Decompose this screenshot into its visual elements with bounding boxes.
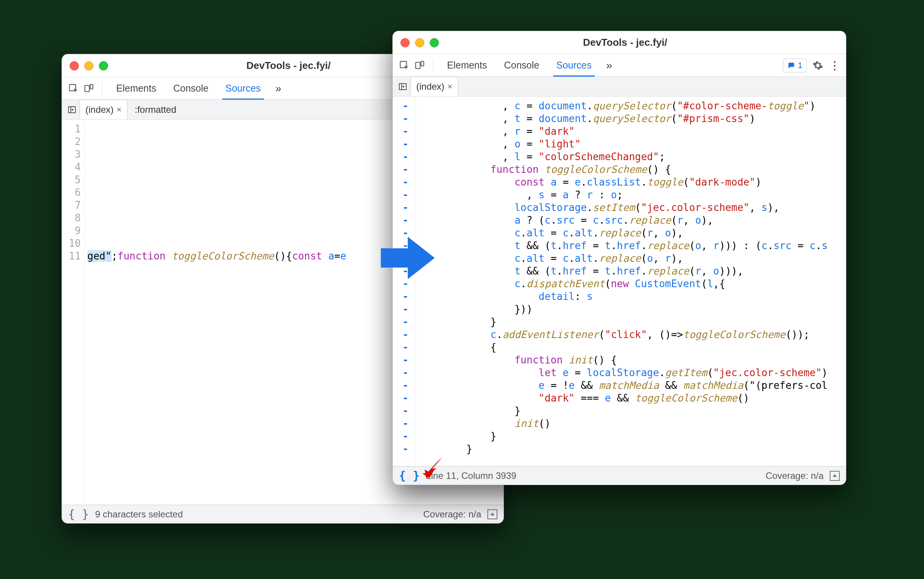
settings-button[interactable] — [812, 60, 824, 71]
file-tab-label: :formatted — [135, 104, 176, 115]
annotation-arrow-down-left — [419, 454, 446, 481]
issues-icon — [787, 61, 796, 70]
tab-overflow-icon[interactable]: » — [271, 82, 286, 95]
issues-count: 1 — [798, 60, 802, 70]
divider — [433, 59, 433, 72]
traffic-lights — [400, 38, 439, 47]
tab-console[interactable]: Console — [166, 77, 215, 99]
annotation-arrow-right — [377, 231, 439, 285]
svg-rect-1 — [85, 85, 90, 91]
code-content[interactable]: , c = document.querySelector("#color-sch… — [416, 97, 846, 466]
code-editor[interactable]: ---------------------------- , c = docum… — [393, 97, 846, 466]
tab-console[interactable]: Console — [497, 54, 546, 76]
pretty-print-button[interactable]: { } — [399, 469, 420, 482]
minimize-window-button[interactable] — [84, 61, 93, 70]
navigator-toggle-icon[interactable] — [397, 80, 409, 93]
coverage-status: Coverage: n/a — [766, 470, 824, 481]
navigator-toggle-icon[interactable] — [66, 104, 78, 116]
status-text: 9 characters selected — [95, 509, 183, 520]
pretty-print-button[interactable]: { } — [68, 507, 89, 521]
svg-rect-5 — [416, 62, 420, 68]
statusbar: { } 9 characters selected Coverage: n/a — [62, 505, 504, 523]
menu-button[interactable]: ⋮ — [829, 59, 841, 72]
device-toggle-icon[interactable] — [414, 59, 426, 72]
toolbar-right: 1 ⋮ — [783, 59, 841, 72]
file-tab-index[interactable]: (index) × — [80, 100, 127, 119]
inspect-element-icon[interactable] — [398, 59, 410, 72]
collapse-panel-icon[interactable] — [487, 509, 497, 519]
titlebar: DevTools - jec.fyi/ — [393, 31, 846, 54]
minimize-window-button[interactable] — [415, 38, 424, 47]
file-tab-index[interactable]: (index) × — [410, 77, 458, 96]
divider — [102, 82, 102, 95]
inspect-element-icon[interactable] — [67, 82, 80, 95]
file-tab-formatted[interactable]: :formatted — [129, 100, 182, 119]
close-icon[interactable]: × — [447, 82, 452, 92]
tab-sources[interactable]: Sources — [549, 54, 599, 76]
close-window-button[interactable] — [400, 38, 410, 47]
tab-overflow-icon[interactable]: » — [602, 59, 617, 72]
zoom-window-button[interactable] — [99, 61, 108, 70]
svg-rect-2 — [90, 84, 93, 89]
zoom-window-button[interactable] — [430, 38, 439, 47]
close-window-button[interactable] — [70, 61, 79, 70]
window-title: DevTools - jec.fyi/ — [439, 37, 811, 49]
tab-elements[interactable]: Elements — [109, 77, 163, 99]
issues-button[interactable]: 1 — [783, 59, 807, 72]
coverage-status: Coverage: n/a — [423, 509, 481, 520]
tab-elements[interactable]: Elements — [440, 54, 494, 76]
statusbar: { } Line 11, Column 3939 Coverage: n/a — [393, 466, 846, 485]
collapse-panel-icon[interactable] — [830, 471, 840, 481]
close-icon[interactable]: × — [117, 105, 122, 115]
file-tabbar: (index) × — [393, 77, 846, 97]
devtools-window-right: DevTools - jec.fyi/ Elements Console Sou… — [392, 31, 846, 485]
svg-rect-6 — [421, 61, 424, 66]
main-tabbar: Elements Console Sources » 1 ⋮ — [393, 54, 846, 77]
traffic-lights — [70, 61, 108, 70]
line-number-gutter: 1234567891011 — [62, 120, 85, 505]
gear-icon — [812, 60, 823, 71]
file-tab-label: (index) — [416, 81, 444, 92]
tab-sources[interactable]: Sources — [218, 77, 268, 99]
file-tab-label: (index) — [85, 104, 113, 115]
device-toggle-icon[interactable] — [83, 82, 95, 95]
